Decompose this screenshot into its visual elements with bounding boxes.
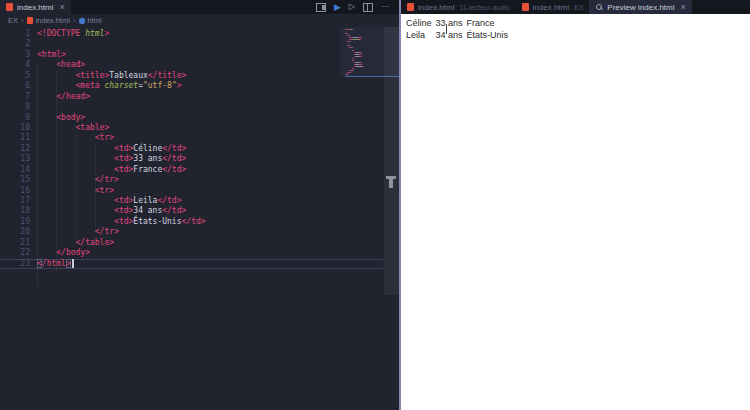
code-line[interactable]: 7 </head> [0,92,383,102]
breadcrumb-folder[interactable]: EX [8,16,18,25]
code-token: > [66,259,71,268]
code-editor[interactable]: 1<!DOCTYPE html>23<html>4 <head>5 <title… [0,27,383,410]
drag-handle-icon[interactable] [386,176,396,188]
code-token: </td> [162,144,186,153]
html-file-icon [27,17,33,24]
code-token [37,186,95,195]
code-token: </title> [148,71,187,80]
editor-cursor [72,259,74,268]
preview-table: Céline 33 ans France Leila 34 ans États-… [403,16,511,42]
minimap[interactable] [345,29,383,89]
left-tab-bar: index.html × ▶ ▷ ⋯ [0,0,399,14]
tab-index-html-lecteur-audio[interactable]: index.html 11-lecteur-audio [401,0,516,14]
split-editor-icon[interactable] [363,3,373,12]
code-line[interactable]: 17 <td>Leila</td> [0,196,383,206]
more-actions-icon[interactable]: ⋯ [381,1,389,13]
tab-index-html-ex[interactable]: index.html EX [516,0,590,14]
tab-preview-index-html[interactable]: Preview index.html × [589,0,691,14]
code-token: html [85,29,104,38]
code-line[interactable]: 8 [0,102,383,112]
line-number: 10 [0,123,30,133]
tab-index-html[interactable]: index.html × [0,0,71,14]
code-line[interactable]: 6 <meta charset="utf-8"> [0,81,383,91]
editor-scrollbar[interactable] [384,27,399,410]
minimap-mark [362,66,365,67]
code-token: <td> [114,217,133,226]
code-token [37,60,56,69]
code-token: <td> [114,144,133,153]
code-line[interactable]: 9 <body> [0,113,383,123]
line-number: 22 [0,248,30,258]
code-token: <td> [114,154,133,163]
code-token [37,248,56,257]
code-line[interactable]: 12 <td>Céline</td> [0,144,383,154]
code-token [37,113,56,122]
run-file-icon[interactable]: ▶ [334,1,341,13]
code-line[interactable]: 15 </tr> [0,175,383,185]
open-changes-icon[interactable] [316,3,326,12]
code-token: France [133,165,162,174]
code-token: </td> [162,154,186,163]
code-token: /html [42,259,66,268]
code-line[interactable]: 2 [0,39,383,49]
code-token: <td> [114,206,133,215]
code-token [37,123,76,132]
line-number: 7 [0,92,30,102]
code-token: États-Unis [133,217,181,226]
code-line[interactable]: 19 <td>États-Unis</td> [0,217,383,227]
line-number: 3 [0,50,30,60]
line-number: 1 [0,29,30,39]
line-number: 18 [0,206,30,216]
tab-detail: EX [574,4,583,11]
close-icon[interactable]: × [59,3,64,12]
code-lines: 1<!DOCTYPE html>23<html>4 <head>5 <title… [0,27,383,269]
code-token [37,81,76,90]
code-line[interactable]: 18 <td>34 ans</td> [0,206,383,216]
code-line[interactable]: 21 </table> [0,238,383,248]
code-token: </body> [56,248,90,257]
html-file-icon [522,3,529,11]
code-token: charset [104,81,138,90]
table-cell: 33 ans [435,18,464,28]
code-line[interactable]: 10 <table> [0,123,383,133]
minimap-mark [359,54,362,55]
code-token: <body> [56,113,85,122]
line-number: 14 [0,165,30,175]
code-line[interactable]: 13 <td>33 ans</td> [0,154,383,164]
code-line[interactable]: 23</html> [0,259,383,269]
minimap-mark [359,52,362,53]
html-file-icon [407,3,414,11]
text-cursor-ibeam [446,24,447,34]
breadcrumb-file[interactable]: index.html [36,16,70,25]
code-line[interactable]: 11 <tr> [0,133,383,143]
code-line[interactable]: 22 </body> [0,248,383,258]
code-token: <title> [76,71,110,80]
minimap-mark [352,58,355,59]
code-token: 34 ans [133,206,162,215]
run-code-icon[interactable]: ▷ [349,1,355,13]
line-number: 23 [0,259,30,269]
close-icon[interactable]: × [681,3,686,12]
scrollbar-thumb[interactable] [384,27,399,295]
code-token: </td> [162,206,186,215]
code-token: <head> [56,60,85,69]
code-line[interactable]: 20 </tr> [0,227,383,237]
left-editor-group: index.html × ▶ ▷ ⋯ EX › index.html › htm… [0,0,399,410]
code-token: <tr> [95,133,114,142]
html-file-icon [6,3,13,11]
code-line[interactable]: 16 <tr> [0,186,383,196]
code-line[interactable]: 14 <td>France</td> [0,165,383,175]
code-token: </tr> [95,227,119,236]
code-token [37,196,114,205]
line-number: 11 [0,133,30,143]
code-line[interactable]: 5 <title>Tableaux</title> [0,71,383,81]
right-tab-bar: index.html 11-lecteur-audio index.html E… [401,0,750,14]
code-line[interactable]: 1<!DOCTYPE html> [0,29,383,39]
tab-label: index.html [533,3,569,12]
code-line[interactable]: 4 <head> [0,60,383,70]
minimap-mark [352,29,353,30]
breadcrumb-symbol[interactable]: html [88,16,102,25]
line-number: 16 [0,186,30,196]
code-line[interactable]: 3<html> [0,50,383,60]
code-token [37,217,114,226]
